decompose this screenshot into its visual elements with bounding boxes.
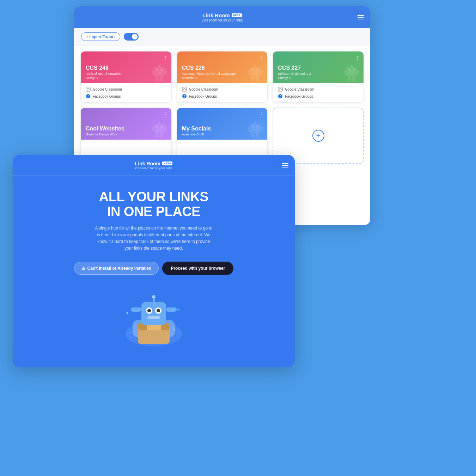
svg-rect-26 (353, 69, 355, 71)
front-app-name: Link Room (135, 161, 160, 166)
card-header-socials: ⋮ My Socials Awesome Stuff! (177, 108, 268, 140)
link-item[interactable]: Google Classroom (182, 87, 263, 92)
svg-rect-20 (256, 76, 259, 81)
svg-rect-4 (158, 65, 160, 68)
svg-rect-40 (158, 121, 160, 124)
svg-text:✦: ✦ (173, 328, 176, 331)
card-links-ccs227: Google Classroom f Facebook Groups (273, 83, 364, 102)
svg-rect-6 (165, 70, 167, 75)
facebook-icon: f (86, 94, 91, 99)
card-header-ccs248: ⋮ CCS 248 Artificial Neural Networks Bob… (81, 51, 171, 83)
svg-rect-7 (155, 76, 159, 81)
card-header-ccs227: ⋮ CCS 227 Software Engineering 2 Christy… (273, 51, 364, 83)
svg-rect-16 (254, 65, 256, 68)
toggle-switch[interactable] (124, 33, 139, 41)
svg-rect-14 (256, 69, 258, 71)
robot-deco-ccs227 (342, 62, 361, 83)
svg-rect-52 (251, 133, 255, 138)
card-more-socials[interactable]: ⋮ (259, 111, 264, 117)
front-header-title: Link Room BETA One room for all your lin… (135, 161, 173, 170)
link-item[interactable]: f Facebook Groups (86, 94, 166, 99)
svg-rect-2 (160, 69, 163, 71)
box-robot-illustration: ✦ ✦ ✦ ✦ (118, 288, 189, 348)
front-menu-icon[interactable] (282, 163, 288, 167)
card-ccs248[interactable]: ⋮ CCS 248 Artificial Neural Networks Bob… (80, 51, 172, 103)
import-export-button[interactable]: ↑ Import/Export (81, 32, 120, 41)
menu-icon[interactable] (358, 15, 364, 19)
svg-rect-68 (166, 307, 177, 312)
card-ccs227[interactable]: ⋮ CCS 227 Software Engineering 2 Christy… (273, 51, 364, 103)
link-item[interactable]: f Facebook Groups (278, 94, 359, 99)
svg-rect-3 (157, 73, 162, 74)
front-header: Link Room BETA One room for all your lin… (13, 155, 295, 176)
back-header-title: Link Room BETA One room for all your lin… (202, 12, 243, 22)
svg-rect-38 (160, 126, 163, 128)
link-item[interactable]: f Facebook Groups (182, 94, 263, 99)
svg-rect-32 (352, 76, 355, 81)
svg-rect-15 (253, 73, 258, 74)
front-beta-badge: BETA (162, 161, 172, 165)
card-ccs226[interactable]: ⋮ CCS 226 Automata Theory & Formal Langu… (177, 51, 268, 103)
svg-rect-50 (248, 126, 250, 131)
svg-rect-48 (253, 129, 258, 130)
front-body: ALL YOUR LINKS IN ONE PLACE A single hub… (13, 176, 295, 359)
svg-point-63 (157, 309, 160, 312)
classroom-icon (182, 87, 187, 92)
svg-rect-39 (157, 129, 162, 130)
svg-rect-53 (256, 133, 259, 138)
cta-buttons: ⚠ Can't Install or Already Installed Pro… (74, 262, 234, 275)
card-more-ccs226[interactable]: ⋮ (259, 55, 264, 61)
svg-text:✦: ✦ (126, 311, 129, 316)
classroom-icon (86, 87, 91, 92)
robot-deco-ccs226 (246, 62, 264, 83)
card-more-ccs248[interactable]: ⋮ (163, 55, 168, 61)
svg-rect-42 (165, 126, 167, 131)
beta-badge: BETA (232, 13, 242, 17)
robot-deco-socials (246, 118, 264, 140)
back-header: Link Room BETA One room for all your lin… (74, 6, 370, 28)
svg-rect-13 (252, 69, 254, 71)
classroom-icon (278, 87, 283, 92)
card-more-cool[interactable]: ⋮ (163, 111, 168, 117)
svg-text:✦: ✦ (177, 308, 179, 312)
svg-rect-12 (250, 67, 261, 76)
svg-rect-36 (154, 124, 165, 133)
back-app-tagline: One room for all your links (202, 18, 243, 22)
svg-rect-43 (155, 133, 159, 138)
link-item[interactable]: Google Classroom (86, 87, 166, 92)
svg-rect-21 (182, 87, 187, 91)
svg-rect-17 (248, 70, 250, 75)
svg-rect-65 (153, 298, 155, 303)
svg-rect-19 (251, 76, 255, 81)
hero-description: A single hub for all the places on the I… (94, 225, 214, 252)
front-window: Link Room BETA One room for all your lin… (13, 155, 295, 367)
hero-title: ALL YOUR LINKS IN ONE PLACE (99, 190, 208, 219)
facebook-icon: f (182, 94, 187, 99)
add-icon: + (312, 130, 324, 142)
svg-rect-45 (250, 124, 261, 133)
svg-point-66 (152, 295, 155, 299)
svg-rect-9 (86, 87, 90, 91)
proceed-button[interactable]: Proceed with your browser (162, 262, 233, 275)
svg-rect-37 (156, 126, 158, 128)
card-links-ccs226: Google Classroom f Facebook Groups (177, 83, 268, 102)
svg-rect-64 (147, 316, 160, 319)
front-app-tagline: One room for all your links (135, 166, 173, 170)
card-header-ccs226: ⋮ CCS 226 Automata Theory & Formal Langu… (177, 51, 268, 83)
cards-grid: ⋮ CCS 248 Artificial Neural Networks Bob… (74, 45, 370, 170)
svg-rect-67 (131, 307, 141, 312)
facebook-icon: f (278, 94, 283, 99)
robot-deco-cool (150, 118, 169, 140)
link-item[interactable]: Google Classroom (278, 87, 359, 92)
svg-rect-27 (349, 73, 354, 74)
svg-rect-28 (350, 65, 353, 68)
cant-install-button[interactable]: ⚠ Can't Install or Already Installed (74, 262, 159, 275)
svg-rect-59 (141, 302, 166, 325)
card-links-ccs248: Google Classroom f Facebook Groups (81, 83, 171, 102)
svg-rect-8 (160, 76, 163, 81)
svg-rect-18 (261, 70, 263, 75)
svg-rect-31 (348, 76, 351, 81)
card-more-ccs227[interactable]: ⋮ (355, 55, 360, 61)
svg-rect-25 (348, 69, 350, 71)
svg-rect-29 (344, 70, 346, 75)
